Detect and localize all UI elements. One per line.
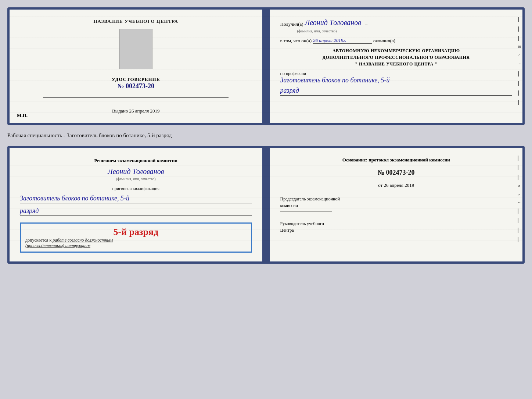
qual-stamp-instruktsii: (производственным) инструкциям <box>25 243 247 249</box>
qual-spine <box>263 148 270 261</box>
cert-org-line1: АВТОНОМНУЮ НЕКОММЕРЧЕСКУЮ ОРГАНИЗАЦИЮ <box>280 47 513 54</box>
cert-school-title: НАЗВАНИЕ УЧЕБНОГО ЦЕНТРА <box>93 18 178 24</box>
cert-udost-block: УДОСТОВЕРЕНИЕ № 002473-20 <box>112 76 160 90</box>
specialty-label: Рабочая специальность - Заготовитель бло… <box>7 131 525 140</box>
qual-profession-value: Заготовитель блоков по ботанике, 5-й <box>20 195 252 203</box>
cert-okончil-label: окончил(а) <box>373 38 395 44</box>
cert-left-panel: НАЗВАНИЕ УЧЕБНОГО ЦЕНТРА УДОСТОВЕРЕНИЕ №… <box>10 10 263 123</box>
qual-chairman-line1: Председатель экзаменационной <box>280 196 513 202</box>
cert-dash: – <box>365 21 368 27</box>
page-wrapper: НАЗВАНИЕ УЧЕБНОГО ЦЕНТРА УДОСТОВЕРЕНИЕ №… <box>7 7 525 264</box>
cert-right-panel: Получил(а) Леонид Толованов – (фамилия, … <box>270 10 523 123</box>
qualification-card: Решением экзаменационной комиссии Леонид… <box>7 146 525 264</box>
qual-stamp-dopusk: допускается к работе согласно должностны… <box>25 238 247 243</box>
cert-divider-line <box>43 97 229 98</box>
qual-date-from: от 26 апреля 2019 <box>280 182 513 188</box>
qual-razryad-value: разряд <box>20 207 252 216</box>
cert-poluchil-label: Получил(а) <box>280 21 303 27</box>
qual-head-line2: Центра <box>280 227 513 234</box>
qual-right-panel: Основание: протокол экзаменационной коми… <box>270 148 523 261</box>
cert-photo-placeholder <box>119 29 152 69</box>
cert-profession-value: Заготовитель блоков по ботанике, 5-й <box>280 76 513 85</box>
cert-org-line2: ДОПОЛНИТЕЛЬНОГО ПРОФЕССИОНАЛЬНОГО ОБРАЗО… <box>280 54 513 61</box>
cert-razryad: разряд <box>280 87 513 96</box>
cert-recipient-row: Получил(а) Леонид Толованов – <box>280 18 513 27</box>
qual-stamp-box: 5-й разряд допускается к работе согласно… <box>20 222 252 253</box>
cert-udost-label: УДОСТОВЕРЕНИЕ <box>112 76 160 82</box>
cert-spine <box>263 10 270 123</box>
cert-vtom-row: в том, что он(а) 26 апреля 2019г. окончи… <box>280 38 513 44</box>
qual-osnov-label: Основание: протокол экзаменационной коми… <box>280 157 513 163</box>
qual-chairman-block: Председатель экзаменационной комиссии <box>280 196 513 214</box>
qual-assigned-label: присвоена квалификация <box>20 186 252 192</box>
cert-vtom-date: 26 апреля 2019г. <box>313 38 372 44</box>
cert-org-line3: " НАЗВАНИЕ УЧЕБНОГО ЦЕНТРА " <box>280 61 513 67</box>
cert-vtom-prefix: в том, что он(а) <box>280 38 312 44</box>
cert-recipient-name: Леонид Толованов <box>305 18 364 27</box>
cert-po-professii: по профессии <box>280 71 513 76</box>
qual-head-block: Руководитель учебного Центра <box>280 220 513 238</box>
qual-stamp-grade: 5-й разряд <box>25 227 247 238</box>
cert-fio-label: (фамилия, имя, отчество) <box>280 28 354 33</box>
qual-deco-lines: И ,а ← <box>518 156 521 242</box>
qual-fio-label: (фамилия, имя, отчество) <box>103 176 169 181</box>
cert-org-block: АВТОНОМНУЮ НЕКОММЕРЧЕСКУЮ ОРГАНИЗАЦИЮ ДО… <box>280 47 513 67</box>
qual-head-sign-line <box>280 236 332 236</box>
cert-deco-lines: И ,а ← <box>518 17 521 105</box>
cert-issued: Выдано 26 апреля 2019 <box>112 108 159 114</box>
qual-chairman-sign-line <box>280 211 332 211</box>
cert-number: № 002473-20 <box>112 82 160 90</box>
qual-head-line1: Руководитель учебного <box>280 220 513 227</box>
qual-decision-text: Решением экзаменационной комиссии <box>20 157 252 164</box>
qual-chairman-line2: комиссии <box>280 202 513 209</box>
qual-person-block: Леонид Толованов (фамилия, имя, отчество… <box>20 167 252 183</box>
cert-mp: М.П. <box>17 113 28 118</box>
certificate-card: НАЗВАНИЕ УЧЕБНОГО ЦЕНТРА УДОСТОВЕРЕНИЕ №… <box>7 7 525 125</box>
qual-person-name: Леонид Толованов <box>20 167 252 176</box>
qual-protocol-number: № 002473-20 <box>280 169 513 177</box>
qual-left-panel: Решением экзаменационной комиссии Леонид… <box>10 148 263 261</box>
